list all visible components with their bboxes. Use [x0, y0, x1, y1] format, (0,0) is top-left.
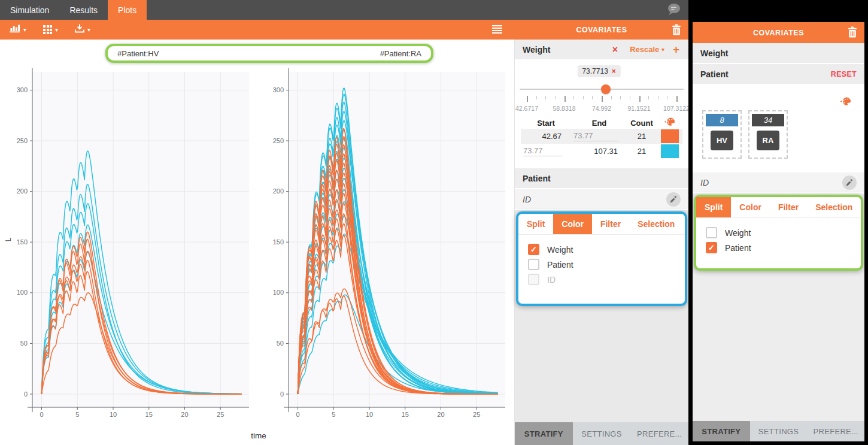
tab-split[interactable]: Split — [696, 197, 731, 217]
bin-color-swatch[interactable] — [661, 129, 679, 143]
col-start: Start — [521, 119, 571, 128]
patient-groups-section: 8 HV 34 RA — [693, 85, 864, 172]
checkbox-patient[interactable]: ✓ — [706, 242, 717, 253]
checkbox-label: ID — [547, 275, 556, 284]
tab-selection[interactable]: Selection — [629, 214, 683, 234]
eyedropper-icon[interactable] — [666, 192, 681, 207]
add-bin-button[interactable]: + — [673, 43, 679, 56]
nav-tab-simulation[interactable]: Simulation — [0, 0, 59, 20]
slider-tick — [536, 96, 537, 99]
checkbox-id[interactable] — [528, 274, 539, 285]
stratify-tabs-highlight-box: Split Color Filter Selection ✓ Weight Pa… — [516, 211, 687, 306]
slider-tick — [658, 96, 658, 99]
rescale-dropdown[interactable]: Rescale ▾ — [630, 45, 664, 54]
y-tick-label: 250 — [17, 137, 28, 144]
weight-slider[interactable] — [520, 84, 684, 94]
covariate-id-label: ID — [700, 178, 709, 187]
line-chart-svg: 0501001502002503000510152025 — [260, 62, 511, 425]
group-button-hv[interactable]: HV — [711, 131, 733, 150]
slider-handle[interactable] — [601, 84, 611, 94]
slider-tick — [667, 96, 667, 99]
slider-value-chip: 73.7713 × — [577, 65, 620, 77]
y-tick-label: 0 — [24, 390, 28, 398]
x-tick-label: 20 — [437, 411, 444, 418]
slider-label: 42.6717 — [515, 105, 538, 112]
covariate-row-patient[interactable]: Patient — [515, 168, 688, 189]
checkbox-weight[interactable]: ✓ — [528, 244, 539, 255]
slider-value: 73.7713 — [582, 67, 608, 75]
slider-label: 74.992 — [592, 105, 611, 112]
overlay-stratify-panel: COVARIATES Weight Patient RESET — [693, 22, 864, 441]
slider-tick — [545, 96, 546, 99]
y-tick-label: 300 — [273, 86, 284, 93]
clear-value-icon[interactable]: × — [612, 68, 616, 75]
covariates-title: COVARIATES — [515, 26, 688, 34]
patient-groups: 8 HV 34 RA — [693, 85, 864, 159]
export-dropdown[interactable]: ▾ — [75, 24, 90, 35]
trash-icon[interactable] — [672, 24, 681, 38]
tab-preferences[interactable]: PREFERE... — [807, 421, 864, 441]
slider-tick — [611, 96, 612, 99]
eyedropper-icon[interactable] — [842, 175, 857, 190]
chevron-down-icon: ▾ — [661, 47, 664, 53]
group-count-hv[interactable]: 8 — [706, 114, 738, 126]
checkbox-patient[interactable] — [528, 259, 539, 270]
reset-button[interactable]: RESET — [831, 70, 857, 78]
palette-icon[interactable] — [656, 117, 682, 128]
chat-bubble-icon[interactable] — [666, 2, 682, 19]
stratify-panel: COVARIATES Weight × Rescale ▾ + 73 — [515, 20, 688, 445]
nav-tab-plots[interactable]: Plots — [108, 0, 147, 20]
bin-count: 21 — [627, 132, 656, 141]
group-count-ra[interactable]: 34 — [752, 114, 784, 126]
bin-end-input[interactable]: 73.77 — [573, 131, 619, 141]
tab-filter[interactable]: Filter — [770, 197, 807, 217]
checkbox-row-patient: Patient — [528, 257, 685, 272]
bin-start-input[interactable]: 73.77 — [523, 146, 563, 156]
covariate-row-id[interactable]: ID — [693, 172, 864, 193]
chart-patient-ra[interactable]: 0501001502002503000510152025 — [260, 62, 511, 425]
tab-preferences[interactable]: PREFERE... — [630, 422, 688, 445]
covariate-row-patient[interactable]: Patient RESET — [693, 64, 864, 85]
checkbox-label: Weight — [547, 245, 573, 255]
trash-icon[interactable] — [848, 26, 857, 40]
covariate-weight-label: Weight — [700, 49, 728, 58]
covariates-header: COVARIATES — [693, 22, 864, 43]
tab-color[interactable]: Color — [553, 214, 592, 234]
y-tick-label: 150 — [273, 238, 284, 246]
covariate-row-weight[interactable]: Weight — [693, 43, 864, 64]
bins-table: Start End Count 42.67 73.77 21 — [521, 117, 682, 159]
slider-tick — [620, 96, 621, 99]
slider-tick — [564, 96, 566, 102]
tab-stratify[interactable]: STRATIFY — [693, 421, 750, 441]
slider-axis-labels: 42.6717 58.8318 74.992 91.1521 107.3122 — [527, 105, 676, 113]
tab-settings[interactable]: SETTINGS — [573, 422, 631, 445]
tab-color[interactable]: Color — [731, 197, 770, 217]
checkbox-row-id: ID — [528, 272, 685, 287]
tab-settings[interactable]: SETTINGS — [750, 421, 808, 441]
covariate-row-id[interactable]: ID — [515, 189, 688, 210]
tab-split[interactable]: Split — [518, 214, 553, 234]
slider-label: 58.8318 — [553, 105, 576, 112]
grid-layout-dropdown[interactable]: ▾ — [43, 25, 58, 34]
palette-icon[interactable] — [840, 97, 851, 108]
tab-selection[interactable]: Selection — [807, 197, 861, 217]
group-button-ra[interactable]: RA — [757, 131, 779, 150]
bin-color-swatch[interactable] — [661, 144, 679, 158]
checkbox-label: Patient — [547, 260, 573, 270]
tab-filter[interactable]: Filter — [592, 214, 629, 234]
x-tick-label: 10 — [366, 411, 373, 418]
x-tick-label: 25 — [217, 411, 224, 418]
plot-type-dropdown[interactable]: ▾ — [10, 24, 26, 35]
checkbox-weight[interactable] — [706, 227, 717, 238]
group-box-ra[interactable]: 34 RA — [748, 110, 788, 159]
remove-covariate-icon[interactable]: × — [612, 45, 618, 55]
tab-stratify[interactable]: STRATIFY — [515, 422, 573, 445]
chart-patient-hv[interactable]: 0501001502002503000510152025L — [4, 62, 255, 425]
y-tick-label: 100 — [17, 289, 28, 296]
x-tick-label: 25 — [473, 411, 480, 418]
checkbox-row-weight: ✓ Weight — [528, 242, 685, 257]
group-box-hv[interactable]: 8 HV — [702, 110, 742, 159]
nav-tab-results[interactable]: Results — [59, 0, 108, 20]
plot-menu-icon[interactable] — [492, 25, 502, 35]
col-end: End — [571, 119, 627, 128]
